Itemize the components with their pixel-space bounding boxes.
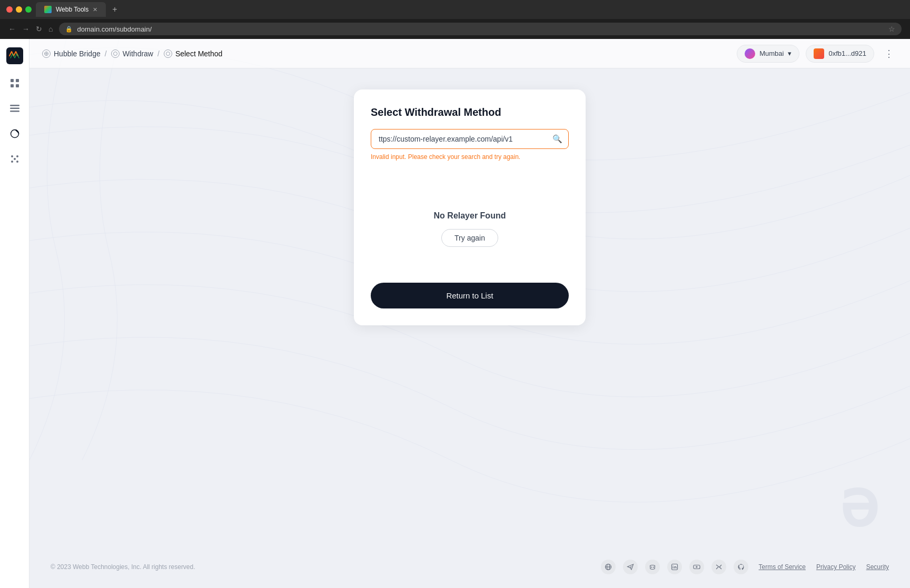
minimize-window[interactable]: [16, 6, 22, 13]
back-button[interactable]: ←: [8, 25, 16, 33]
breadcrumb: Hubble Bridge / Withdraw / Select Method: [42, 49, 222, 58]
address-bar: ← → ↻ ⌂ 🔒 domain.com/subdomain/ ☆: [0, 19, 910, 39]
sidebar: [0, 39, 29, 588]
svg-point-24: [652, 567, 654, 568]
search-input[interactable]: [371, 129, 569, 149]
top-nav-right: Mumbai ▾ 0xfb1...d921 ⋮: [737, 45, 897, 63]
terms-link[interactable]: Terms of Service: [759, 563, 806, 571]
svg-rect-0: [6, 47, 23, 64]
svg-point-17: [113, 52, 117, 55]
new-tab-button[interactable]: +: [112, 5, 117, 14]
discord-icon[interactable]: [645, 560, 660, 574]
security-link[interactable]: Security: [866, 563, 889, 571]
svg-rect-7: [10, 111, 19, 112]
app-logo[interactable]: [6, 47, 23, 64]
card-title: Select Withdrawal Method: [371, 106, 569, 118]
search-box: 🔍: [371, 129, 569, 149]
window-controls: [6, 6, 32, 13]
app-container: .wave-line { fill: none; stroke: #c7d0e8…: [0, 39, 910, 588]
network-name: Mumbai: [759, 49, 784, 57]
forward-button[interactable]: →: [22, 25, 29, 33]
watermark: ə: [839, 472, 878, 535]
github-icon[interactable]: [734, 560, 748, 574]
svg-rect-3: [11, 84, 14, 87]
globe-icon[interactable]: [601, 560, 616, 574]
linkedin-icon[interactable]: [667, 560, 682, 574]
svg-point-23: [651, 567, 652, 568]
youtube-icon[interactable]: [689, 560, 704, 574]
maximize-window[interactable]: [25, 6, 32, 13]
copyright-text: © 2023 Webb Technologies, Inc. All right…: [51, 563, 195, 571]
return-to-list-button[interactable]: Return to List: [371, 283, 569, 308]
bookmark-icon[interactable]: ☆: [888, 25, 895, 33]
tab-close-icon[interactable]: ✕: [93, 6, 97, 13]
browser-chrome: Webb Tools ✕ +: [0, 0, 910, 19]
svg-line-22: [630, 566, 631, 568]
url-bar[interactable]: 🔒 domain.com/subdomain/ ☆: [59, 23, 902, 35]
breadcrumb-withdraw-label: Withdraw: [123, 49, 153, 58]
reload-button[interactable]: ↻: [36, 25, 42, 33]
footer: © 2023 Webb Technologies, Inc. All right…: [29, 546, 910, 588]
error-message: Invalid input. Please check your search …: [371, 153, 569, 161]
twitter-icon[interactable]: [711, 560, 726, 574]
breadcrumb-hubble-label: Hubble Bridge: [54, 49, 101, 58]
svg-point-12: [16, 161, 18, 163]
svg-rect-5: [10, 105, 19, 106]
breadcrumb-item-withdraw[interactable]: Withdraw: [111, 49, 153, 58]
no-relayer-title: No Relayer Found: [434, 211, 506, 221]
close-window[interactable]: [6, 6, 13, 13]
lock-icon: 🔒: [65, 26, 73, 33]
telegram-icon[interactable]: [623, 560, 638, 574]
top-nav: Hubble Bridge / Withdraw / Select Method: [29, 39, 910, 68]
sidebar-item-list[interactable]: [4, 98, 25, 119]
home-button[interactable]: ⌂: [48, 25, 53, 33]
social-icons: [601, 560, 748, 574]
svg-point-13: [14, 158, 16, 160]
svg-point-10: [16, 155, 18, 157]
privacy-link[interactable]: Privacy Policy: [816, 563, 856, 571]
withdraw-icon: [111, 49, 120, 58]
breadcrumb-sep2: /: [157, 49, 160, 58]
svg-rect-2: [16, 79, 19, 82]
hubble-bridge-icon: [42, 49, 51, 58]
footer-links: Terms of Service Privacy Policy Security: [759, 563, 889, 571]
svg-rect-6: [10, 108, 19, 109]
breadcrumb-select-label: Select Method: [175, 49, 223, 58]
content-area: Select Withdrawal Method 🔍 Invalid input…: [29, 68, 910, 346]
svg-point-9: [11, 155, 13, 157]
footer-right: Terms of Service Privacy Policy Security: [601, 560, 889, 574]
breadcrumb-item-select-method: Select Method: [164, 49, 223, 58]
wallet-button[interactable]: 0xfb1...d921: [806, 45, 874, 63]
withdrawal-card: Select Withdrawal Method 🔍 Invalid input…: [354, 89, 586, 325]
svg-point-18: [166, 52, 170, 55]
select-method-icon: [164, 49, 172, 58]
svg-point-27: [672, 565, 673, 566]
tab-favicon: [44, 6, 52, 13]
url-text: domain.com/subdomain/: [77, 25, 884, 33]
chevron-down-icon: ▾: [788, 49, 792, 57]
svg-point-11: [11, 161, 13, 163]
wallet-address: 0xfb1...d921: [828, 49, 866, 57]
main-content: .wave-line { fill: none; stroke: #c7d0e8…: [29, 39, 910, 588]
svg-rect-1: [11, 79, 14, 82]
tab-title: Webb Tools: [56, 6, 88, 13]
wallet-avatar: [814, 48, 824, 59]
browser-tab[interactable]: Webb Tools ✕: [36, 2, 106, 17]
svg-marker-29: [696, 566, 698, 568]
search-icon[interactable]: 🔍: [552, 134, 562, 144]
network-avatar: [745, 48, 755, 59]
more-options-button[interactable]: ⋮: [881, 45, 897, 62]
try-again-button[interactable]: Try again: [441, 229, 498, 247]
sidebar-item-circle[interactable]: [4, 123, 25, 144]
svg-rect-4: [16, 84, 19, 87]
breadcrumb-sep1: /: [105, 49, 107, 58]
sidebar-item-grid[interactable]: [4, 73, 25, 94]
empty-state: No Relayer Found Try again: [371, 169, 569, 278]
network-selector[interactable]: Mumbai ▾: [737, 45, 799, 63]
breadcrumb-item-hubble[interactable]: Hubble Bridge: [42, 49, 101, 58]
sidebar-item-apps[interactable]: [4, 148, 25, 170]
